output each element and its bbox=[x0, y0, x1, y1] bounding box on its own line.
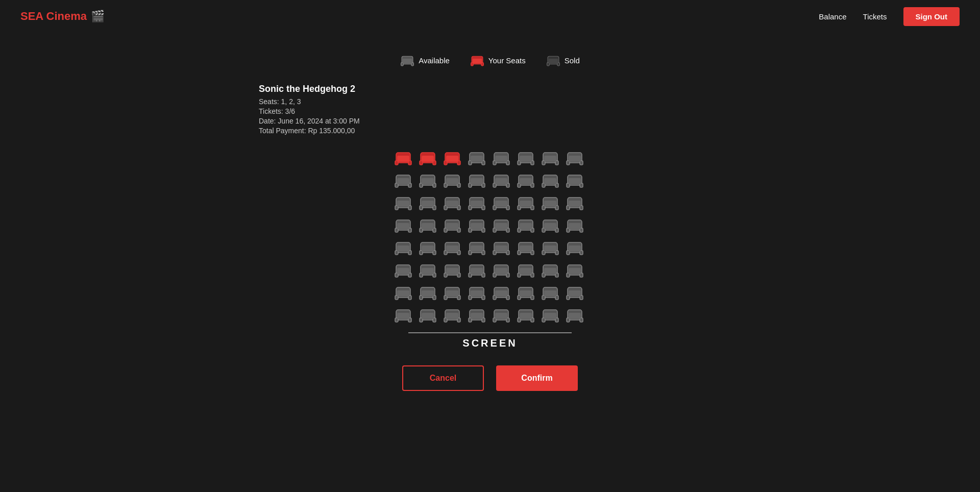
seat-3-2[interactable] bbox=[443, 216, 461, 234]
balance-link[interactable]: Balance bbox=[819, 12, 846, 21]
seat-2-7[interactable] bbox=[566, 193, 584, 212]
seat-2-1[interactable] bbox=[419, 193, 437, 212]
seat-6-7[interactable] bbox=[566, 283, 584, 302]
svg-rect-83 bbox=[422, 201, 434, 207]
svg-rect-163 bbox=[520, 245, 532, 252]
seat-2-6[interactable] bbox=[541, 193, 559, 212]
svg-rect-47 bbox=[397, 178, 409, 184]
seat-1-7[interactable] bbox=[566, 171, 584, 189]
seat-2-5[interactable] bbox=[517, 193, 535, 212]
svg-rect-247 bbox=[446, 313, 458, 319]
seat-3-4[interactable] bbox=[492, 216, 510, 234]
seat-3-3[interactable] bbox=[468, 216, 486, 234]
seat-2-2[interactable] bbox=[443, 193, 461, 212]
svg-rect-27 bbox=[471, 156, 483, 162]
seat-4-1[interactable] bbox=[419, 238, 437, 257]
seat-1-0[interactable] bbox=[394, 171, 412, 189]
svg-rect-167 bbox=[544, 245, 556, 252]
seat-1-4[interactable] bbox=[492, 171, 510, 189]
payment-info: Total Payment: Rp 135.000,00 bbox=[259, 127, 360, 135]
seat-4-4[interactable] bbox=[492, 238, 510, 257]
svg-rect-211 bbox=[422, 290, 434, 297]
seat-1-3[interactable] bbox=[468, 171, 486, 189]
available-label: Available bbox=[419, 56, 450, 65]
action-buttons: Cancel Confirm bbox=[402, 365, 578, 391]
seat-6-5[interactable] bbox=[517, 283, 535, 302]
seat-2-4[interactable] bbox=[492, 193, 510, 212]
seat-4-0[interactable] bbox=[394, 238, 412, 257]
svg-rect-179 bbox=[422, 268, 434, 274]
seat-0-7[interactable] bbox=[566, 149, 584, 167]
svg-rect-227 bbox=[520, 290, 532, 297]
tickets-link[interactable]: Tickets bbox=[863, 12, 887, 21]
svg-rect-95 bbox=[495, 201, 507, 207]
seat-0-0[interactable] bbox=[394, 149, 412, 167]
seat-1-1[interactable] bbox=[419, 171, 437, 189]
seat-1-2[interactable] bbox=[443, 171, 461, 189]
seat-7-7[interactable] bbox=[566, 306, 584, 324]
confirm-button[interactable]: Confirm bbox=[496, 365, 578, 391]
legend: Available Your Seats Sold bbox=[400, 53, 579, 67]
svg-rect-79 bbox=[397, 201, 409, 207]
seat-2-3[interactable] bbox=[468, 193, 486, 212]
seat-5-2[interactable] bbox=[443, 261, 461, 279]
svg-rect-259 bbox=[520, 313, 532, 319]
seat-2-0[interactable] bbox=[394, 193, 412, 212]
seat-6-0[interactable] bbox=[394, 283, 412, 302]
svg-rect-223 bbox=[495, 290, 507, 297]
navbar: SEA Cinema 🎬 Balance Tickets Sign Out bbox=[0, 0, 980, 33]
seat-4-6[interactable] bbox=[541, 238, 559, 257]
seat-5-5[interactable] bbox=[517, 261, 535, 279]
seat-0-6[interactable] bbox=[541, 149, 559, 167]
seat-6-4[interactable] bbox=[492, 283, 510, 302]
seat-5-0[interactable] bbox=[394, 261, 412, 279]
movie-title: Sonic the Hedgehog 2 bbox=[259, 84, 360, 94]
seat-6-2[interactable] bbox=[443, 283, 461, 302]
seat-5-1[interactable] bbox=[419, 261, 437, 279]
seat-4-7[interactable] bbox=[566, 238, 584, 257]
seat-6-3[interactable] bbox=[468, 283, 486, 302]
available-seat-icon bbox=[400, 53, 414, 67]
seat-1-6[interactable] bbox=[541, 171, 559, 189]
svg-rect-99 bbox=[520, 201, 532, 207]
seat-4-3[interactable] bbox=[468, 238, 486, 257]
your-seats-label: Your Seats bbox=[488, 56, 526, 65]
seat-0-4[interactable] bbox=[492, 149, 510, 167]
seat-3-6[interactable] bbox=[541, 216, 559, 234]
logo: SEA Cinema 🎬 bbox=[20, 10, 105, 23]
seat-3-1[interactable] bbox=[419, 216, 437, 234]
seat-7-4[interactable] bbox=[492, 306, 510, 324]
seat-5-4[interactable] bbox=[492, 261, 510, 279]
seat-0-3[interactable] bbox=[468, 149, 486, 167]
seat-7-2[interactable] bbox=[443, 306, 461, 324]
seats-info: Seats: 1, 2, 3 bbox=[259, 97, 360, 106]
seat-4-5[interactable] bbox=[517, 238, 535, 257]
seat-7-3[interactable] bbox=[468, 306, 486, 324]
seat-7-0[interactable] bbox=[394, 306, 412, 324]
svg-rect-87 bbox=[446, 201, 458, 207]
svg-rect-7 bbox=[473, 59, 482, 63]
seat-5-7[interactable] bbox=[566, 261, 584, 279]
svg-rect-151 bbox=[446, 245, 458, 252]
seat-0-5[interactable] bbox=[517, 149, 535, 167]
seat-6-6[interactable] bbox=[541, 283, 559, 302]
seat-1-5[interactable] bbox=[517, 171, 535, 189]
seat-3-0[interactable] bbox=[394, 216, 412, 234]
seat-6-1[interactable] bbox=[419, 283, 437, 302]
cancel-button[interactable]: Cancel bbox=[402, 365, 484, 391]
svg-rect-139 bbox=[569, 223, 581, 229]
signout-button[interactable]: Sign Out bbox=[903, 7, 960, 26]
seat-3-7[interactable] bbox=[566, 216, 584, 234]
screen-label: SCREEN bbox=[408, 332, 572, 349]
svg-rect-31 bbox=[495, 156, 507, 162]
seat-5-6[interactable] bbox=[541, 261, 559, 279]
seat-5-3[interactable] bbox=[468, 261, 486, 279]
seat-0-1[interactable] bbox=[419, 149, 437, 167]
seat-0-2[interactable] bbox=[443, 149, 461, 167]
seat-7-6[interactable] bbox=[541, 306, 559, 324]
svg-rect-119 bbox=[446, 223, 458, 229]
seat-7-5[interactable] bbox=[517, 306, 535, 324]
seat-7-1[interactable] bbox=[419, 306, 437, 324]
seat-4-2[interactable] bbox=[443, 238, 461, 257]
seat-3-5[interactable] bbox=[517, 216, 535, 234]
